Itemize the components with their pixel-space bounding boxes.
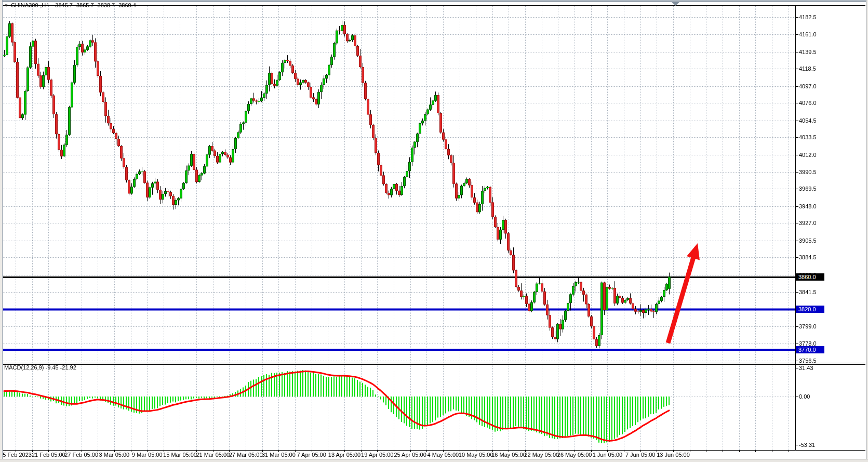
price-axis-label: 3884.5 <box>799 254 817 260</box>
price-axis-label: 3799.0 <box>799 323 817 329</box>
ohlc-high-value: 3865.7 <box>76 2 94 8</box>
time-axis-label: 1 Jun 05:00 <box>593 452 623 458</box>
chart-info-bar: ▼CHINA300-,H43845.73865.73838.73860.4 <box>4 2 140 9</box>
price-axis-label: 4118.5 <box>799 65 816 72</box>
time-axis-label: 27 Feb 05:00 <box>64 452 98 458</box>
time-axis-label: 21 Feb 05:00 <box>32 452 65 458</box>
symbol-dropdown-icon[interactable]: ▼ <box>4 2 8 9</box>
time-axis-label: 25 Apr 05:00 <box>394 452 426 458</box>
time-axis-label: 10 May 05:00 <box>459 452 493 458</box>
price-axis-label: 3756.5 <box>799 358 817 364</box>
price-line-badge-3770: 3770.0 <box>796 346 824 353</box>
window-left-frame <box>0 0 3 462</box>
time-axis-label: 7 Apr 05:00 <box>297 452 326 458</box>
price-axis-label: 4182.5 <box>799 14 817 20</box>
time-axis-label: 19 Apr 05:00 <box>361 452 393 458</box>
ohlc-close-value: 3860.4 <box>118 2 136 8</box>
time-axis-label: 13 Apr 05:00 <box>328 452 360 458</box>
time-axis-label: 4 May 05:00 <box>428 452 459 458</box>
time-axis-label: 21 Mar 05:00 <box>196 452 230 458</box>
price-axis-label: 3778.0 <box>799 340 817 347</box>
price-axis-label: 4033.5 <box>799 134 817 140</box>
price-axis-label: 3927.0 <box>799 220 817 226</box>
price-axis-label: 4012.0 <box>799 152 817 158</box>
time-axis-label: 31 Mar 05:00 <box>262 452 296 458</box>
price-axis-label: 4161.0 <box>799 31 817 37</box>
trading-chart-window: ▼CHINA300-,H43845.73865.73838.73860.4 MA… <box>0 0 868 462</box>
ohlc-low-value: 3838.7 <box>98 2 115 8</box>
time-axis-label: 9 Mar 05:00 <box>132 452 163 458</box>
price-chart-canvas[interactable] <box>0 0 868 462</box>
window-top-frame <box>0 0 868 2</box>
ohlc-open-value: 3845.7 <box>55 2 73 8</box>
price-axis-label: 3948.0 <box>799 203 817 209</box>
macd-axis-label-zero: 0.00 <box>799 393 810 400</box>
price-axis-label: 4076.0 <box>799 100 817 106</box>
price-axis-label: 3969.5 <box>799 186 817 192</box>
price-axis-label: 4054.5 <box>799 117 817 124</box>
macd-axis-label-low: -53.31 <box>799 442 815 448</box>
time-axis-label: 26 May 05:00 <box>557 452 592 458</box>
price-axis-label: 3841.5 <box>799 289 817 295</box>
price-axis-label: 4097.0 <box>799 83 817 89</box>
price-line-badge-3820: 3820.0 <box>796 306 824 313</box>
window-right-frame <box>866 0 868 462</box>
time-axis-label: 22 May 05:00 <box>524 452 559 458</box>
macd-axis-label-high: 31.43 <box>799 365 813 371</box>
time-axis-label: 3 Mar 05:00 <box>99 452 130 458</box>
price-axis[interactable] <box>796 6 865 450</box>
time-axis-label: 13 Jun 05:00 <box>657 452 690 458</box>
time-axis-label: 7 Jun 05:00 <box>625 452 656 458</box>
window-bottom-frame <box>0 459 868 462</box>
price-axis-label: 4139.5 <box>799 49 817 55</box>
time-axis-label: 27 Mar 05:00 <box>229 452 263 458</box>
time-axis-label: 16 May 05:00 <box>491 452 526 458</box>
price-axis-label: 3990.5 <box>799 169 817 175</box>
pane-resize-handle[interactable] <box>3 362 795 366</box>
symbol-timeframe-label: CHINA300-,H4 <box>11 2 49 8</box>
time-axis-label: 15 Feb 2023 <box>0 452 32 458</box>
price-line-badge-3860: 3860.0 <box>796 273 824 281</box>
time-axis-label: 15 Mar 05:00 <box>163 452 197 458</box>
price-axis-label: 3905.5 <box>799 237 817 244</box>
